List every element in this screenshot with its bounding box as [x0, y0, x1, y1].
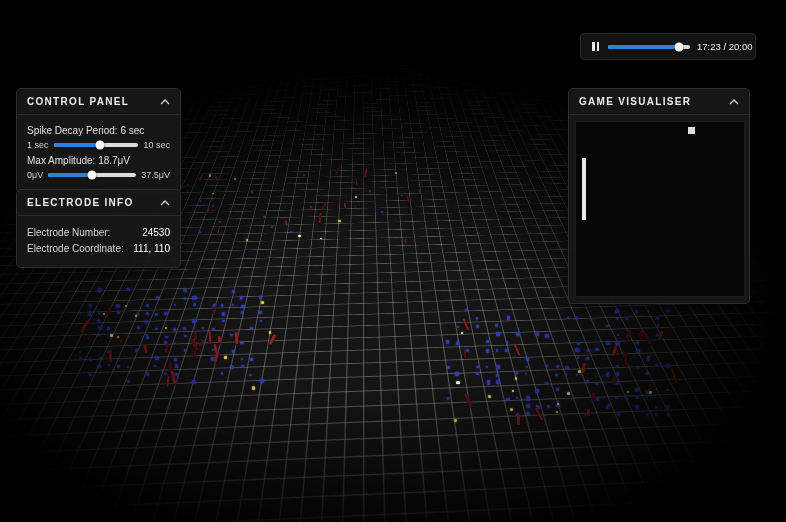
game-visualiser-panel: GAME VISUALISER	[568, 88, 750, 304]
pause-icon	[592, 42, 595, 51]
control-panel: CONTROL PANEL Spike Decay Period: 6 sec …	[16, 88, 181, 194]
spike-decay-slider[interactable]	[54, 143, 139, 147]
electrode-coordinate-value: 111, 110	[133, 243, 170, 254]
max-amplitude-label: Max Amplitude: 18.7μV	[27, 155, 170, 166]
playback-slider-fill	[608, 45, 679, 49]
spike-decay-slider-row: 1 sec 10 sec	[27, 140, 170, 150]
max-amplitude-slider-fill	[48, 173, 92, 177]
max-amplitude-max-label: 37.5μV	[141, 170, 170, 180]
electrode-number-value: 24530	[142, 227, 170, 238]
control-panel-header[interactable]: CONTROL PANEL	[17, 89, 180, 115]
game-visualiser-title: GAME VISUALISER	[579, 96, 691, 107]
electrode-coordinate-label: Electrode Coordinate:	[27, 243, 124, 254]
game-visualiser-body	[569, 115, 749, 303]
pong-ball	[688, 127, 695, 134]
electrode-info-panel: ELECTRODE INFO Electrode Number: 24530 E…	[16, 189, 181, 268]
spike-decay-min-label: 1 sec	[27, 140, 49, 150]
playback-time: 17:23 / 20:00	[697, 41, 752, 52]
chevron-up-icon	[160, 200, 170, 206]
electrode-info-header[interactable]: ELECTRODE INFO	[17, 190, 180, 216]
pong-paddle	[582, 158, 586, 220]
app-window: 17:23 / 20:00 CONTROL PANEL Spike Decay …	[0, 0, 786, 522]
max-amplitude-slider[interactable]	[48, 173, 136, 177]
playback-slider[interactable]	[608, 45, 690, 49]
game-screen	[575, 121, 745, 297]
spike-decay-slider-fill	[54, 143, 101, 147]
control-panel-body: Spike Decay Period: 6 sec 1 sec 10 sec M…	[17, 115, 180, 193]
chevron-up-icon	[729, 99, 739, 105]
game-visualiser-header[interactable]: GAME VISUALISER	[569, 89, 749, 115]
electrode-coordinate-row: Electrode Coordinate: 111, 110	[27, 243, 170, 254]
max-amplitude-min-label: 0μV	[27, 170, 43, 180]
chevron-up-icon	[160, 99, 170, 105]
electrode-number-label: Electrode Number:	[27, 227, 110, 238]
spike-decay-label: Spike Decay Period: 6 sec	[27, 125, 170, 136]
electrode-info-body: Electrode Number: 24530 Electrode Coordi…	[17, 216, 180, 267]
max-amplitude-slider-row: 0μV 37.5μV	[27, 170, 170, 180]
spike-decay-max-label: 10 sec	[143, 140, 170, 150]
electrode-number-row: Electrode Number: 24530	[27, 227, 170, 238]
electrode-info-title: ELECTRODE INFO	[27, 197, 134, 208]
pause-button[interactable]	[590, 40, 601, 53]
pause-icon	[597, 42, 600, 51]
playback-slider-handle[interactable]	[675, 42, 684, 51]
control-panel-title: CONTROL PANEL	[27, 96, 129, 107]
playback-bar: 17:23 / 20:00	[580, 33, 756, 60]
max-amplitude-slider-handle[interactable]	[88, 171, 97, 180]
spike-decay-slider-handle[interactable]	[96, 141, 105, 150]
